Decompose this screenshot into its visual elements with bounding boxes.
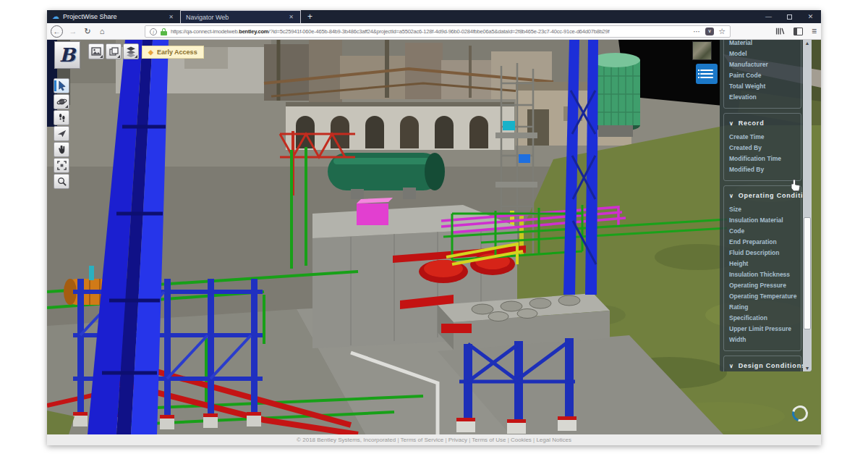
property-item[interactable]: Specification — [729, 313, 796, 324]
property-item[interactable]: Model — [729, 49, 796, 59]
section-header[interactable]: ∨Operating Conditions — [729, 192, 796, 199]
fit-view-tool-icon — [56, 160, 67, 171]
sidebar-toggle-icon[interactable] — [793, 28, 803, 35]
tab-close-icon[interactable]: ✕ — [287, 14, 295, 20]
pan-tool-button[interactable] — [54, 142, 69, 157]
url-bar[interactable]: i https://qa-connect-imodelweb.bentley.c… — [145, 25, 731, 38]
property-item[interactable]: Modified By — [729, 164, 796, 175]
footer-link[interactable]: Cookies — [506, 437, 531, 443]
properties-panel: MaterialModelManufacturerPaint CodeTotal… — [720, 40, 812, 371]
footer-link[interactable]: Terms of Service — [396, 437, 443, 443]
tab-projectwise-share[interactable]: ☁ ProjectWise Share ✕ — [47, 10, 180, 23]
walk-tool-button[interactable] — [54, 110, 69, 125]
model-pink-equipment[interactable] — [357, 198, 393, 225]
tab-navigator-web[interactable]: Navigator Web ✕ — [180, 10, 301, 23]
3d-viewport[interactable]: B — [47, 40, 821, 445]
tab-bar: ☁ ProjectWise Share ✕ Navigator Web ✕ + … — [47, 10, 821, 23]
bookmark-star-icon[interactable]: ☆ — [718, 27, 726, 36]
property-item[interactable]: Width — [729, 335, 796, 345]
footer-bar: © 2018 Bentley Systems, IncorporatedTerm… — [47, 434, 821, 445]
property-item[interactable]: Size — [729, 204, 796, 215]
bentley-logo: B — [54, 41, 80, 69]
property-item[interactable]: Height — [729, 258, 796, 269]
tab-close-icon[interactable]: ✕ — [167, 14, 175, 20]
diamond-icon: ◆ — [148, 49, 153, 56]
zoom-tool-icon — [56, 176, 67, 187]
model-teal-tank[interactable] — [591, 53, 640, 137]
page-actions-icon[interactable]: ⋯ — [693, 28, 701, 35]
property-item[interactable]: Manufacturer — [729, 59, 796, 70]
pocket-icon[interactable]: ∨ — [705, 28, 714, 35]
property-item[interactable]: Insulation Thickness — [729, 269, 796, 280]
fly-tool-icon — [56, 128, 67, 139]
view-thumbnail[interactable] — [692, 41, 712, 60]
property-item[interactable]: Paint Code — [729, 70, 796, 81]
section-header[interactable]: ∨Record — [729, 119, 796, 127]
3d-scene[interactable] — [47, 40, 821, 434]
property-item[interactable]: Fluid Description — [729, 248, 796, 258]
window-controls: — ✕ — [758, 10, 821, 23]
fit-view-tool-button[interactable] — [54, 158, 69, 173]
navigation-toolbar: ← → ↻ ⌂ i https://qa-connect-imodelweb.b… — [47, 23, 821, 40]
property-item[interactable]: End Preparation — [729, 237, 796, 248]
scrollbar-thumb[interactable] — [804, 217, 811, 329]
select-tool-button[interactable] — [54, 78, 69, 93]
layers-button[interactable] — [123, 43, 139, 59]
home-button[interactable]: ⌂ — [95, 24, 109, 38]
footer-link[interactable]: Terms of Use — [467, 437, 506, 443]
property-item[interactable]: Total Weight — [729, 81, 796, 92]
url-text[interactable]: https://qa-connect-imodelweb.bentley.com… — [171, 28, 689, 35]
property-item[interactable]: Upper Limit Pressure — [729, 324, 796, 335]
new-tab-button[interactable]: + — [301, 10, 319, 23]
panel-section: MaterialModelManufacturerPaint CodeTotal… — [723, 40, 801, 109]
section-header[interactable]: ∨Design Conditions — [729, 362, 796, 369]
tab-title: ProjectWise Share — [63, 13, 163, 20]
hand-cursor — [790, 179, 801, 192]
maximize-icon — [787, 14, 792, 20]
footer-links: Terms of ServicePrivacyTerms of UseCooki… — [396, 437, 571, 443]
chevron-down-icon: ∨ — [729, 363, 734, 369]
footer-link[interactable]: Legal Notices — [532, 437, 571, 443]
maximize-button[interactable] — [779, 10, 800, 23]
back-button[interactable]: ← — [51, 25, 63, 38]
models-button[interactable] — [106, 43, 122, 59]
browser-window: ☁ ProjectWise Share ✕ Navigator Web ✕ + … — [47, 10, 821, 445]
models-icon — [108, 46, 119, 57]
property-item[interactable]: Modification Time — [729, 154, 796, 164]
property-item[interactable]: Operating Pressure — [729, 280, 796, 291]
section-title: Operating Conditions — [739, 192, 812, 199]
close-window-button[interactable]: ✕ — [800, 10, 821, 23]
early-access-badge: ◆ Early Access — [142, 46, 204, 59]
minimize-button[interactable]: — — [758, 10, 779, 23]
lock-icon — [161, 28, 167, 35]
fly-tool-button[interactable] — [54, 126, 69, 141]
forward-button[interactable]: → — [66, 24, 80, 38]
property-item[interactable]: Operating Temperature — [729, 291, 796, 302]
properties-toggle-button[interactable] — [696, 64, 718, 84]
panel-section: ∨Design ConditionsDesigner — [723, 356, 801, 371]
panel-scrollbar[interactable]: ▲ ▼ — [803, 40, 812, 371]
footer-link[interactable]: Privacy — [443, 437, 467, 443]
property-item[interactable]: Created By — [729, 143, 796, 154]
scroll-up-icon[interactable]: ▲ — [803, 41, 812, 46]
orbit-tool-button[interactable] — [54, 94, 69, 109]
tab-title: Navigator Web — [186, 14, 284, 21]
scroll-down-icon[interactable]: ▼ — [803, 366, 812, 371]
property-item[interactable]: Insulation Material — [729, 215, 796, 226]
menu-icon[interactable]: ≡ — [812, 26, 817, 36]
property-item[interactable]: Elevation — [729, 92, 796, 103]
property-item[interactable]: Create Time — [729, 132, 796, 143]
orbit-tool-icon — [56, 96, 67, 107]
property-item[interactable]: Rating — [729, 302, 796, 313]
model-green-tank[interactable] — [328, 153, 445, 199]
viewer-tool-palette — [54, 78, 69, 189]
property-item[interactable]: Code — [729, 226, 796, 237]
saved-views-button[interactable] — [88, 43, 104, 59]
property-item[interactable]: Material — [729, 40, 796, 49]
reload-button[interactable]: ↻ — [80, 24, 95, 38]
pan-tool-icon — [56, 144, 67, 155]
library-icon[interactable] — [775, 26, 785, 36]
site-info-icon[interactable]: i — [150, 28, 157, 35]
cloud-favicon-icon: ☁ — [52, 13, 59, 20]
zoom-tool-button[interactable] — [54, 174, 69, 189]
